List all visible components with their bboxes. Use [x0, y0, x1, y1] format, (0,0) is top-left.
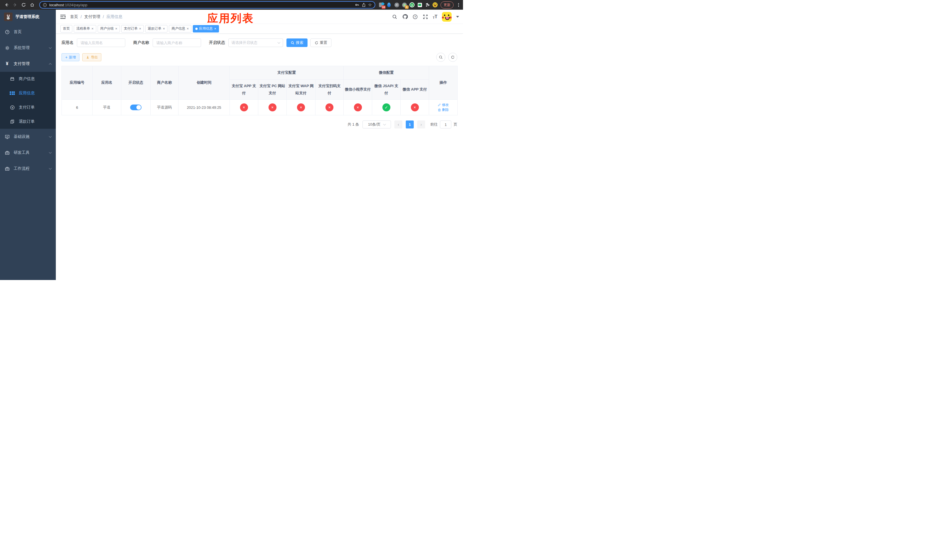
close-icon[interactable]: ×: [163, 27, 165, 30]
user-menu-caret-icon[interactable]: [456, 16, 459, 18]
github-icon[interactable]: [402, 14, 408, 20]
edit-link[interactable]: 修改: [438, 103, 449, 107]
sidebar-item-home[interactable]: 首页: [0, 24, 56, 40]
command-extension-icon[interactable]: ⌘: [394, 2, 399, 8]
help-icon[interactable]: ?: [412, 14, 418, 20]
chevron-down-icon: [49, 151, 52, 153]
search-icon[interactable]: [392, 14, 398, 20]
page-number-button[interactable]: 1: [406, 121, 414, 129]
adblock-extension-icon[interactable]: 10: [379, 2, 384, 8]
tag-app-info[interactable]: 应用信息×: [193, 25, 219, 32]
address-bar[interactable]: localhost:1024/pay/app ☆: [39, 1, 375, 9]
tag-home[interactable]: 首页: [61, 25, 72, 32]
page-size-select[interactable]: 10条/页: [363, 121, 391, 129]
y-extension-icon[interactable]: y: [410, 2, 415, 8]
tag-user-group[interactable]: 用户分组×: [98, 25, 120, 32]
extensions-puzzle-icon[interactable]: [425, 2, 430, 8]
breadcrumb: 首页 / 支付管理 / 应用信息: [70, 14, 123, 20]
chevron-up-icon: [49, 63, 52, 66]
search-button[interactable]: 搜索: [286, 38, 307, 47]
app-logo[interactable]: 🐰 芋道管理系统: [0, 10, 56, 24]
content-area: 应用名 商户名称 开启状态 请选择开启状态 搜索: [56, 33, 463, 280]
add-button[interactable]: + 新增: [62, 53, 79, 61]
browser-back-icon[interactable]: [3, 1, 10, 9]
sidebar-item-merchant-info[interactable]: 商户信息: [0, 72, 56, 86]
table-row: 6 芋道 芋道源码 2021-10-23 08:49:25 × × × × × …: [62, 100, 458, 115]
balloon-extension-icon[interactable]: [386, 2, 392, 8]
chevron-down-icon: [49, 135, 52, 138]
share-icon[interactable]: [362, 3, 366, 7]
tag-refund-order[interactable]: 退款订单×: [145, 25, 168, 32]
next-page-button[interactable]: ›: [417, 121, 425, 129]
monitor-icon: [5, 134, 10, 139]
refresh-button[interactable]: [448, 53, 457, 62]
export-button[interactable]: 导出: [82, 53, 101, 61]
enabled-toggle[interactable]: [130, 104, 142, 110]
goto-page-input[interactable]: [440, 121, 451, 129]
close-icon[interactable]: ×: [115, 27, 118, 30]
tag-pay-order[interactable]: 支付订单×: [121, 25, 144, 32]
col-header-status: 开启状态: [121, 66, 151, 100]
col-header-app-id: 应用编号: [62, 66, 92, 100]
browser-home-icon[interactable]: [29, 1, 36, 9]
alipay-scan-status-icon: ×: [325, 103, 333, 111]
reset-button[interactable]: 重置: [310, 38, 331, 47]
bookmark-star-icon[interactable]: ☆: [368, 2, 372, 8]
col-header-created: 创建时间: [179, 66, 230, 100]
sidebar-item-app-info[interactable]: 应用信息: [0, 86, 56, 100]
sidebar-item-refund-order[interactable]: 退款订单: [0, 115, 56, 129]
svg-text:¥: ¥: [11, 106, 13, 109]
close-icon[interactable]: ×: [91, 27, 94, 30]
prev-page-button[interactable]: ‹: [394, 121, 402, 129]
wechat-jsapi-status-icon: ✓: [383, 103, 390, 111]
page-annotation-title: 应用列表: [207, 11, 254, 26]
breadcrumb-home[interactable]: 首页: [70, 14, 78, 20]
chevron-down-icon: [383, 123, 386, 125]
browser-forward-icon[interactable]: [11, 1, 19, 9]
close-icon[interactable]: ×: [139, 27, 141, 30]
alipay-pc-status-icon: ×: [268, 103, 277, 111]
app-name-input[interactable]: [77, 38, 125, 47]
payment-submenu: 商户信息 应用信息 ¥ 支付订单: [0, 72, 56, 129]
sidebar-item-infrastructure[interactable]: 基础设施: [0, 129, 56, 145]
sidebar-item-pay-order[interactable]: ¥ 支付订单: [0, 100, 56, 115]
cell-app-name: 芋道: [92, 100, 121, 115]
fullscreen-icon[interactable]: [422, 14, 428, 20]
proxy-extension-icon[interactable]: 1: [402, 2, 407, 8]
tag-merchant-info[interactable]: 商户信息×: [169, 25, 191, 32]
site-info-icon[interactable]: [43, 3, 47, 7]
chat-extension-icon[interactable]: [417, 2, 422, 8]
close-icon[interactable]: ×: [214, 27, 216, 30]
delete-link[interactable]: 删除: [438, 107, 449, 112]
chrome-menu-icon[interactable]: [457, 3, 460, 7]
extension-badge: 10: [381, 5, 386, 9]
toggle-search-button[interactable]: [436, 53, 445, 62]
user-avatar[interactable]: [442, 12, 452, 22]
alipay-wap-status-icon: ×: [297, 103, 305, 111]
chrome-update-button[interactable]: 更新: [440, 2, 454, 9]
profile-avatar-icon[interactable]: [433, 2, 438, 8]
status-select[interactable]: 请选择开启状态: [228, 38, 283, 47]
cell-app-id: 6: [62, 100, 92, 115]
sidebar-collapse-icon[interactable]: [60, 14, 66, 20]
yen-circle-icon: ¥: [10, 105, 15, 110]
password-key-icon[interactable]: [355, 3, 359, 7]
status-label: 开启状态: [209, 40, 225, 45]
chevron-down-icon: [278, 41, 280, 44]
sidebar-item-dev-tools[interactable]: 研发工具: [0, 145, 56, 160]
col-header-app-name: 应用名: [92, 66, 121, 100]
tag-process-form[interactable]: 流程表单×: [74, 25, 96, 32]
font-size-icon[interactable]: TT: [433, 14, 437, 20]
sidebar-item-system[interactable]: 系统管理: [0, 40, 56, 56]
storefront-icon: [10, 76, 15, 82]
close-icon[interactable]: ×: [186, 27, 189, 30]
col-header-alipay-pc: 支付宝 PC 网站支付: [258, 80, 287, 100]
sidebar-item-workflow[interactable]: 工作流程: [0, 160, 56, 177]
browser-reload-icon[interactable]: [20, 1, 27, 9]
filter-form: 应用名 商户名称 开启状态 请选择开启状态 搜索: [62, 38, 457, 47]
sidebar: 🐰 芋道管理系统 首页 系统管理 ¥ 支付管理: [0, 10, 56, 280]
col-header-alipay-app: 支付宝 APP 支付: [230, 80, 258, 100]
breadcrumb-payment[interactable]: 支付管理: [84, 14, 100, 20]
sidebar-item-payment[interactable]: ¥ 支付管理: [0, 56, 56, 72]
merchant-name-input[interactable]: [153, 38, 201, 47]
